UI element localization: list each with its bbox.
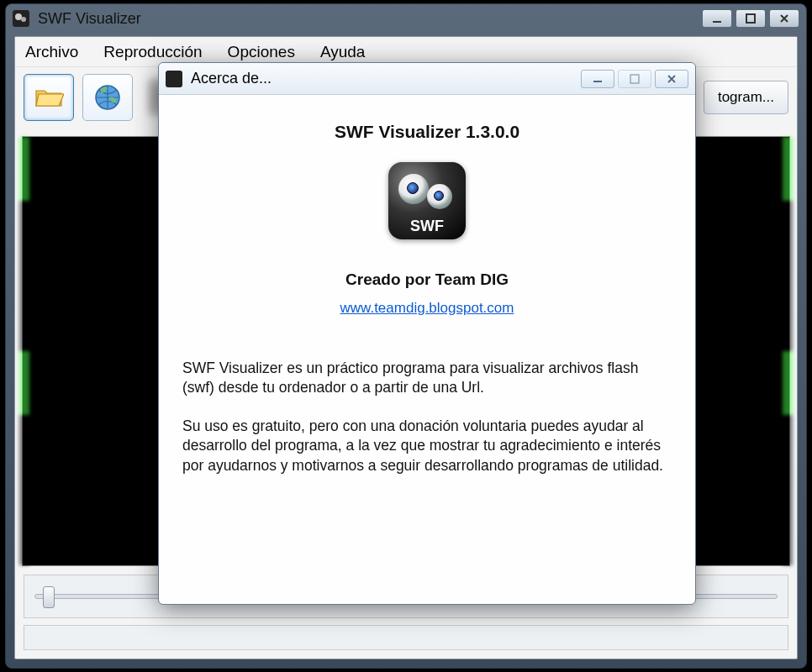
menu-playback[interactable]: Reproducción [103, 43, 202, 61]
about-paragraph-2: Su uso es gratuito, pero con una donació… [182, 417, 672, 476]
menu-help[interactable]: Ayuda [320, 43, 366, 61]
menu-options[interactable]: Opciones [228, 43, 295, 61]
dialog-minimize-button[interactable] [581, 70, 614, 88]
app-icon [166, 71, 182, 87]
globe-icon [92, 82, 123, 113]
svg-point-0 [15, 13, 22, 20]
svg-rect-6 [630, 75, 639, 83]
close-button[interactable] [769, 9, 799, 28]
swf-logo-icon: SWF [388, 162, 466, 239]
about-body: SWF Visualizer 1.3.0.0 SWF Creado por Te… [159, 95, 695, 510]
frame-button[interactable]: togram... [704, 81, 788, 114]
about-titlebar[interactable]: Acerca de... [159, 63, 695, 95]
minimize-button[interactable] [702, 9, 732, 28]
about-heading: SWF Visualizer 1.3.0.0 [182, 120, 672, 144]
about-creator: Creado por Team DIG [182, 269, 672, 291]
swf-logo-label: SWF [388, 216, 466, 236]
svg-rect-3 [746, 14, 755, 23]
window-title: SWF Visualizer [38, 10, 699, 28]
about-title: Acerca de... [191, 70, 577, 87]
about-icon-wrap: SWF [182, 162, 672, 245]
dialog-close-button[interactable] [655, 70, 688, 88]
open-url-button[interactable] [82, 74, 133, 121]
status-bar [24, 625, 788, 650]
maximize-button[interactable] [736, 9, 766, 28]
svg-point-1 [21, 17, 26, 22]
svg-rect-5 [593, 81, 602, 82]
main-titlebar[interactable]: SWF Visualizer [6, 4, 806, 33]
dialog-maximize-button [618, 70, 651, 88]
folder-open-icon [34, 82, 64, 113]
open-file-button[interactable] [24, 74, 74, 121]
menu-file[interactable]: Archivo [25, 43, 78, 61]
about-link[interactable]: www.teamdig.blogspot.com [182, 299, 672, 318]
seek-slider-thumb[interactable] [43, 586, 55, 608]
about-paragraph-1: SWF Visualizer es un práctico programa p… [182, 359, 672, 398]
app-icon [13, 10, 29, 27]
about-dialog: Acerca de... SWF Visualizer 1.3.0.0 SWF … [158, 62, 696, 605]
svg-rect-2 [713, 21, 721, 23]
